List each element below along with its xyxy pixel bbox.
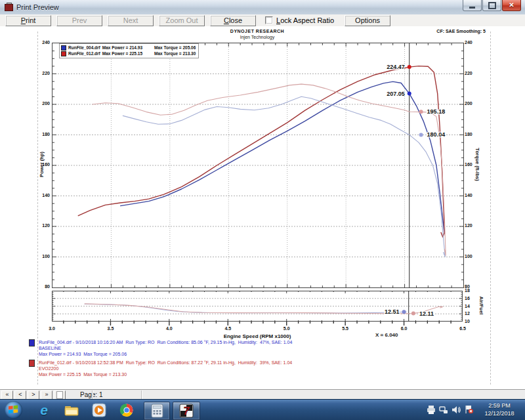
chrome-icon [120,404,133,417]
window-title: Print Preview [16,3,59,11]
app-icon [4,3,13,12]
options-button[interactable]: Options [345,15,390,26]
minimize-icon [469,7,475,9]
close-window-button[interactable]: ✕ [502,0,521,11]
af-chart-canvas: 12.5112.11 [52,291,463,327]
preview-statusbar: « < > » Page: 1 [0,389,525,400]
marker-dot [419,133,423,136]
print-preview-page: DYNOJET RESEARCH Injen Technology CF: SA… [0,26,525,389]
media-player-icon [93,404,106,417]
statusbar-separator [141,390,142,399]
last-page-button[interactable]: » [41,390,52,400]
print-preview-toolbar: Print Prev Next Zoom Out Close Lock Aspe… [0,14,525,27]
lock-aspect-ratio-label: Lock Aspect Ratio [276,16,334,24]
action-center-flag-icon[interactable] [464,405,474,414]
zoom-out-button[interactable]: Zoom Out [159,15,205,26]
taskbar-clock[interactable]: 2:59 PM 12/12/2018 [476,402,522,417]
clock-time: 2:59 PM [476,402,522,410]
y-axis-title-airfuel: Air/Fuel [478,286,484,326]
marker-label: 12.51 [385,308,400,315]
axis-tick-label: 240 [465,40,482,45]
close-button[interactable]: Close [210,15,256,26]
cursor-x-readout: X = 6.040 [375,332,398,338]
axis-tick-label: 120 [33,223,50,228]
network-tray-icon[interactable] [439,406,448,414]
legend-swatch-blue [61,45,66,51]
close-icon: ✕ [509,2,514,9]
marker-label: 207.05 [387,91,405,97]
first-page-button[interactable]: « [1,390,13,400]
lock-aspect-ratio-checkbox[interactable] [265,16,273,24]
taskbar-item-dynojet-winpep[interactable]: 7 [173,402,200,420]
legend-row-evo2200: RunFile_012.drf Max Power = 225.15 Max T… [61,51,196,56]
taskbar-item-calculator[interactable] [144,402,170,420]
run-swatch-blue [29,339,35,346]
system-tray [423,405,474,414]
run-line3: Max Power = 214.93 Max Torque = 205.06 [39,351,292,357]
marker-dot [402,310,406,314]
legend-row-baseline: RunFile_004.drf Max Power = 214.93 Max T… [61,45,196,51]
marker-dot [411,312,415,316]
start-button[interactable] [5,401,22,419]
taskbar-item-internet-explorer[interactable]: e [35,402,52,419]
axis-tick-label: 100 [465,254,482,259]
run-swatch-red [29,360,35,367]
marker-dot [408,92,411,96]
marker-label: 180.04 [427,131,446,138]
run-line2: BASELINE [39,345,292,351]
windows-taskbar: e [0,399,525,420]
export-page-button[interactable] [54,390,66,400]
y-axis-title-power: Power (hp) [39,125,45,204]
window-titlebar: Print Preview ✕ [0,0,525,15]
volume-tray-icon[interactable] [452,406,461,414]
clock-date: 12/12/2018 [476,410,522,417]
maximize-button[interactable] [482,0,501,11]
chart-legend: RunFile_004.drf Max Power = 214.93 Max T… [59,43,199,58]
maximize-icon [488,2,496,9]
dynojet-app-icon: 7 [180,404,193,417]
marker-label: 195.18 [427,108,446,115]
report-correction-info: CF: SAE Smoothing: 5 [436,29,486,33]
main-chart-canvas: 224.47207.05195.18180.04 [52,43,463,287]
page-icon [56,391,63,399]
main-dyno-chart: 224.47207.05195.18180.04 [52,43,464,288]
screen: Print Preview ✕ Print Prev Next Zoom Out… [0,0,525,420]
run-line2: EVO2200 [39,366,292,371]
page-margin-guide-right [490,32,491,385]
y-axis-title-torque: Torque (ft-lbs) [474,125,480,204]
axis-tick-label: 200 [465,101,482,106]
marker-label: 224.47 [387,64,405,70]
marker-dot [408,65,411,69]
minimize-button[interactable] [463,0,482,11]
axis-tick-label: 240 [33,40,50,45]
printer-tray-icon[interactable] [427,406,436,414]
report-header-line2: Injen Technology [0,35,514,39]
run-line3: Max Power = 225.15 Max Torque = 213.30 [39,371,292,377]
axis-tick-label: 120 [465,223,482,228]
page-margin-guide-left [37,32,38,385]
axis-tick-label: 220 [465,71,482,76]
axis-tick-label: 220 [33,71,50,76]
prev-page-button[interactable]: < [14,390,26,400]
legend-swatch-red [61,51,66,56]
taskbar-item-explorer[interactable] [63,402,80,419]
x-axis-title: Engine Speed (RPM x1000) [52,333,463,339]
internet-explorer-icon: e [40,404,48,417]
taskbar-item-chrome[interactable] [118,402,135,419]
statusbar-separator [92,390,93,399]
next-button[interactable]: Next [108,15,154,26]
curve-runfile004-torque [123,96,445,257]
marker-dot [419,110,423,114]
axis-tick-label: 200 [33,101,50,106]
run-info-evo2200: RunFile_012.drf - 9/10/2018 12:52:38 PM … [29,360,292,377]
next-page-button[interactable]: > [28,390,39,400]
air-fuel-chart: 12.5112.11 [52,291,463,327]
taskbar-item-media-player[interactable] [91,402,108,419]
curve-runfile012-torque [93,84,446,255]
print-button[interactable]: Print [5,15,51,26]
axis-tick-label: 100 [33,254,50,259]
run-info-baseline: RunFile_004.drf - 9/10/2018 10:16:20 AM … [29,339,292,357]
svg-text:7: 7 [184,406,190,417]
prev-button[interactable]: Prev [56,15,102,26]
marker-label: 12.11 [419,310,434,317]
